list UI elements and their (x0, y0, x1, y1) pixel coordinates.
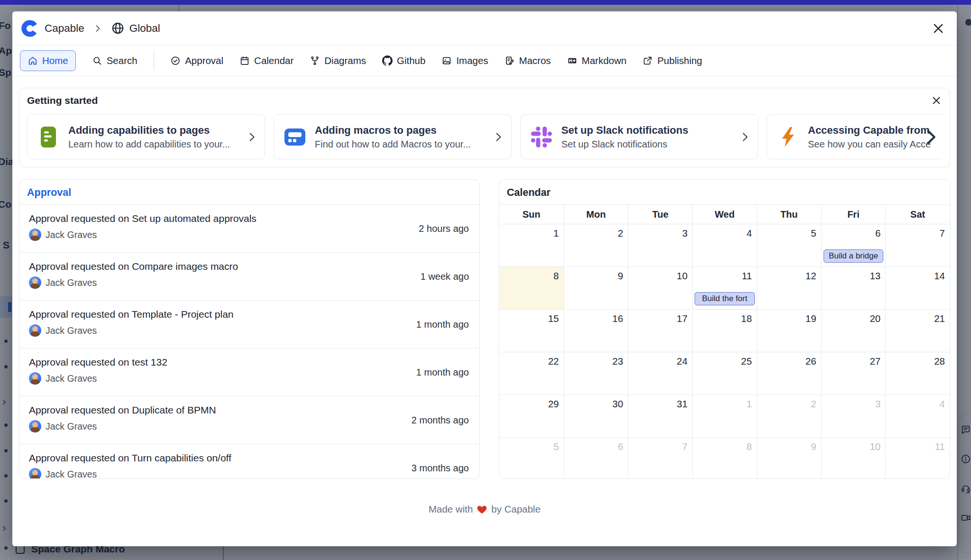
calendar-day-cell[interactable]: 20 (821, 310, 886, 352)
getting-started-card[interactable]: Accessing Capable fromSee how you can ea… (767, 114, 942, 159)
day-number: 28 (934, 356, 945, 367)
day-number: 14 (934, 270, 945, 282)
cards-scroll-next-icon[interactable] (920, 127, 941, 147)
getting-started-card[interactable]: Adding macros to pagesFind out how to ad… (274, 114, 512, 159)
day-number: 3 (682, 228, 687, 239)
tab-home[interactable]: Home (20, 50, 76, 71)
breadcrumb-app[interactable]: Capable (45, 22, 84, 35)
approval-item[interactable]: Approval requested on test 132Jack Grave… (19, 349, 479, 396)
calendar-day-cell[interactable]: 3 (821, 395, 886, 437)
approval-item[interactable]: Approval requested on Turn capabilities … (19, 444, 479, 479)
approval-item[interactable]: Approval requested on Compare images mac… (19, 253, 479, 301)
approval-item[interactable]: Approval requested on Duplicate of BPMNJ… (19, 396, 479, 444)
card-title: Adding macros to pages (315, 124, 484, 137)
day-number: 13 (870, 270, 880, 282)
approval-item-time: 1 month ago (416, 319, 469, 330)
calendar-day-cell[interactable]: 8 (692, 438, 757, 479)
footer-text-after: by Capable (491, 504, 540, 515)
approval-item[interactable]: Approval requested on Template - Project… (19, 301, 479, 349)
calendar-day-cell[interactable]: 26 (757, 352, 821, 395)
calendar-event[interactable]: Build a bridge (824, 249, 884, 263)
avatar (29, 420, 41, 432)
calendar-day-cell[interactable]: 2 (757, 395, 821, 437)
calendar-icon (239, 55, 250, 66)
getting-started-title: Getting started (27, 95, 98, 106)
calendar-day-cell[interactable]: 30 (564, 395, 628, 437)
tab-diagrams[interactable]: Diagrams (310, 55, 366, 66)
approval-item[interactable]: Approval requested on Set up automated a… (19, 205, 479, 253)
calendar-day-cell[interactable]: 23 (564, 352, 628, 395)
calendar-day-cell[interactable]: 19 (757, 310, 821, 352)
calendar-event[interactable]: Build the fort (695, 292, 755, 305)
calendar-day-cell[interactable]: 4 (692, 224, 757, 266)
day-number: 19 (806, 313, 816, 324)
getting-started-close-button[interactable] (931, 95, 942, 106)
modal-body: Getting started Adding capabilities to p… (12, 76, 957, 546)
calendar-day-cell[interactable]: 8 (499, 267, 564, 309)
calendar-grid: SunMonTueWedThuFriSat 123456Build a brid… (499, 204, 950, 479)
tab-calendar[interactable]: Calendar (239, 55, 293, 66)
calendar-day-cell[interactable]: 17 (628, 310, 692, 352)
tab-publishing[interactable]: Publishing (642, 55, 702, 66)
calendar-day-cell[interactable]: 28 (885, 352, 950, 395)
calendar-day-cell[interactable]: 11 (885, 438, 950, 479)
calendar-day-cell[interactable]: 9 (757, 438, 821, 479)
calendar-day-cell[interactable]: 5 (757, 224, 821, 266)
calendar-day-cell[interactable]: 6 (564, 438, 628, 479)
tab-github[interactable]: Github (382, 55, 425, 66)
calendar-day-cell[interactable]: 15 (499, 310, 564, 352)
calendar-day-cell[interactable]: 25 (692, 352, 757, 395)
calendar-day-cell[interactable]: 4 (885, 395, 950, 437)
approval-item-user: Jack Graves (46, 469, 97, 479)
tab-images[interactable]: Images (441, 55, 488, 66)
calendar-day-cell[interactable]: 5 (499, 438, 564, 479)
modal-close-button[interactable] (931, 21, 945, 36)
calendar-day-cell[interactable]: 16 (564, 310, 628, 352)
day-number: 8 (746, 441, 751, 452)
calendar-day-cell[interactable]: 1 (692, 395, 757, 437)
calendar-day-cell[interactable]: 3 (628, 224, 692, 266)
tab-markdown[interactable]: Markdown (567, 55, 627, 66)
tab-search[interactable]: Search (92, 55, 137, 66)
lightning-icon (777, 126, 799, 148)
calendar-day-cell[interactable]: 7 (885, 224, 950, 266)
calendar-day-cell[interactable]: 13 (821, 267, 886, 309)
calendar-day-cell[interactable]: 31 (628, 395, 692, 437)
calendar-day-cell[interactable]: 27 (821, 352, 886, 395)
calendar-day-cell[interactable]: 7 (628, 438, 692, 479)
day-number: 11 (935, 441, 945, 452)
approval-item-title: Approval requested on Duplicate of BPMN (29, 404, 470, 416)
calendar-week-row: 891011Build the fort121314 (499, 267, 950, 310)
calendar-day-cell[interactable]: 21 (885, 310, 950, 352)
calendar-day-cell[interactable]: 1 (499, 224, 564, 266)
day-number: 15 (548, 313, 559, 324)
calendar-day-cell[interactable]: 22 (499, 352, 564, 395)
macro-card-icon (284, 126, 306, 148)
getting-started-card[interactable]: Set up Slack notificationsSet up Slack n… (520, 114, 758, 159)
tab-label: Approval (185, 55, 223, 66)
day-number: 6 (875, 228, 880, 239)
approval-panel-title[interactable]: Approval (19, 180, 479, 205)
calendar-day-cell[interactable]: 2 (564, 224, 628, 266)
calendar-day-cell[interactable]: 9 (564, 267, 628, 309)
calendar-day-cell[interactable]: 14 (885, 267, 950, 309)
day-number: 8 (553, 270, 559, 282)
calendar-day-cell[interactable]: 29 (499, 395, 564, 437)
calendar-day-cell[interactable]: 10 (628, 267, 692, 309)
breadcrumb-context[interactable]: Global (129, 22, 160, 35)
calendar-day-cell[interactable]: 24 (628, 352, 692, 395)
tab-label: Markdown (582, 55, 627, 66)
getting-started-card[interactable]: Adding capabilities to pagesLearn how to… (27, 114, 265, 159)
calendar-day-cell[interactable]: 12 (757, 267, 821, 309)
tab-macros[interactable]: Macros (504, 55, 551, 66)
calendar-weekday: Mon (564, 205, 628, 224)
calendar-day-cell[interactable]: 6Build a bridge (821, 224, 886, 266)
tab-approval[interactable]: Approval (170, 55, 223, 66)
approval-item-user: Jack Graves (46, 325, 97, 336)
day-number: 18 (741, 313, 752, 324)
calendar-day-cell[interactable]: 11Build the fort (692, 267, 757, 309)
calendar-day-cell[interactable]: 18 (692, 310, 757, 352)
calendar-day-cell[interactable]: 10 (821, 438, 886, 479)
calendar-panel-title: Calendar (499, 180, 950, 204)
screen: FoApSpDiaCoS›› Space Graph Macro Capable (0, 0, 971, 560)
